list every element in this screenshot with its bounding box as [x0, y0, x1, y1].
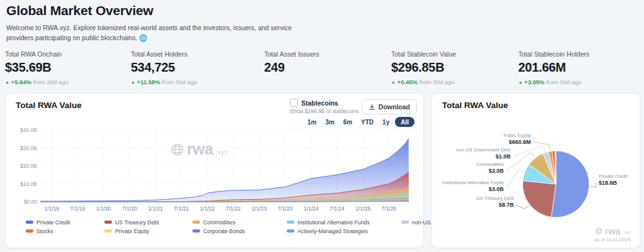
stat-total-stablecoin-value: Total Stablecoin Value$296.85B▲ +0.45% f…: [391, 50, 456, 85]
stat-total-stablecoin-holders: Total Stablecoin Holders201.66M▲ +3.05% …: [518, 50, 589, 85]
x-axis-label: 7/1/25: [382, 205, 397, 212]
x-axis-label: 1/1/19: [44, 205, 59, 212]
legend-label: Actively-Managed Strategies: [297, 228, 368, 234]
pie-watermark: rwa .xyz as of 11/11/2025: [594, 226, 631, 243]
range-button-6m[interactable]: 6m: [340, 118, 355, 127]
y-axis-label: $0.00: [24, 199, 38, 205]
stat-delta: ▲ +0.45% from 30d ago: [391, 79, 456, 85]
x-axis-label: 1/1/21: [148, 205, 163, 212]
up-arrow-icon: ▲: [5, 80, 9, 84]
legend-label: Private Equity: [115, 228, 149, 234]
pie-callout-line: [516, 205, 529, 209]
pie-label-value: $660.6M: [509, 139, 531, 145]
rwa-pie-chart[interactable]: Private Credit$18.6BUS Treasury Debt$8.7…: [432, 112, 640, 231]
y-axis-label: $10.0B: [20, 181, 37, 187]
legend-swatch: [192, 229, 200, 233]
legend-swatch: [104, 221, 112, 224]
up-arrow-icon: ▲: [518, 80, 523, 84]
download-icon: [369, 104, 375, 111]
watermark-text: rwa: [605, 226, 621, 236]
pie-label-name: Public Equity: [504, 133, 531, 138]
x-axis-label: 1/1/20: [96, 205, 111, 212]
time-range-selector: 1m3m6mYTD1yAll: [304, 117, 414, 127]
stat-total-asset-holders: Total Asset Holders534,725▲ +11.58% from…: [131, 50, 197, 85]
pie-label-value: $1.0B: [496, 153, 511, 160]
pie-chart-svg[interactable]: Private Credit$18.6BUS Treasury Debt$8.7…: [432, 112, 640, 229]
legend-swatch: [26, 229, 33, 233]
stablecoins-sublabel: Show $296.9B of stablecoins: [290, 108, 365, 114]
x-axis-label: 7/1/21: [174, 205, 189, 212]
legend-item-us-treasury-debt[interactable]: US Treasury Debt: [104, 219, 192, 226]
pie-label-value: $18.6B: [599, 180, 618, 186]
legend-column: US Treasury DebtPrivate Equity: [104, 219, 192, 234]
total-rwa-value-pie-card: Total RWA Value Private Credit$18.6BUS T…: [431, 93, 640, 248]
range-button-1m[interactable]: 1m: [304, 118, 319, 127]
globe-icon: [595, 227, 603, 235]
x-axis-label: 1/1/24: [304, 205, 319, 212]
download-button[interactable]: Download: [362, 99, 417, 114]
legend-label: Commodities: [203, 219, 235, 226]
range-button-all[interactable]: All: [395, 117, 414, 127]
legend-item-stocks[interactable]: Stocks: [26, 227, 104, 234]
stablecoins-checkbox-row[interactable]: Stablecoins: [290, 99, 365, 107]
pie-label-name: Private Credit: [599, 173, 628, 179]
pie-callout-line: [506, 170, 524, 189]
x-axis-label: 1/1/22: [200, 205, 215, 212]
stat-label: Total Asset Issuers: [264, 50, 319, 58]
pie-card-title: Total RWA Value: [442, 101, 508, 110]
watermark-suffix: .xyz: [623, 229, 631, 236]
pie-label-value: $3.0B: [489, 168, 504, 174]
up-arrow-icon: ▲: [391, 80, 396, 84]
pie-label-name: US Treasury Debt: [476, 195, 514, 201]
x-axis-label: 1/1/23: [252, 205, 267, 212]
legend-item-commodities[interactable]: Commodities: [192, 219, 287, 226]
stat-value: 249: [264, 60, 319, 75]
stat-delta: ▲ +11.58% from 30d ago: [131, 79, 197, 85]
x-axis-label: 1/1/25: [355, 205, 370, 212]
legend-item-corporate-bonds[interactable]: Corporate Bonds: [192, 227, 287, 234]
legend-column: Private CreditStocks: [26, 219, 104, 234]
y-axis-label: $40.0B: [20, 127, 37, 133]
x-axis-label: 7/1/22: [226, 205, 241, 212]
pie-callout-line: [533, 142, 550, 150]
x-axis-label: 7/1/23: [278, 205, 293, 212]
stat-label: Total RWA Onchain: [5, 50, 69, 58]
stat-total-rwa-onchain: Total RWA Onchain$35.69B▲ +5.64% from 30…: [5, 50, 69, 85]
download-button-label: Download: [379, 103, 410, 111]
legend-swatch: [26, 221, 33, 224]
range-button-1y[interactable]: 1y: [379, 118, 392, 127]
stablecoins-checkbox[interactable]: [290, 99, 298, 107]
legend-label: Stocks: [36, 228, 53, 234]
legend-item-institutional-alternative-funds[interactable]: Institutional Alternative Funds: [287, 219, 401, 226]
page-subtitle: Welcome to RWA.xyz. Explore tokenized re…: [6, 23, 304, 43]
area-chart-svg[interactable]: $40.0B$30.0B$20.0B$10.0B$0.001/1/197/1/1…: [11, 126, 418, 219]
stat-label: Total Stablecoin Holders: [518, 50, 589, 58]
stablecoins-checkbox-label: Stablecoins: [301, 99, 338, 107]
range-button-3m[interactable]: 3m: [322, 118, 337, 127]
legend-swatch: [192, 221, 200, 224]
legend-item-actively-managed-strategies[interactable]: Actively-Managed Strategies: [287, 227, 401, 234]
chart-legend: Private CreditStocksUS Treasury DebtPriv…: [26, 219, 502, 234]
range-button-ytd[interactable]: YTD: [358, 118, 377, 127]
y-axis-label: $30.0B: [20, 145, 37, 151]
legend-item-private-equity[interactable]: Private Equity: [104, 227, 192, 234]
legend-label: Private Credit: [36, 219, 70, 226]
x-axis-label: 7/1/20: [122, 205, 137, 212]
pie-slice-private-credit[interactable]: [552, 151, 589, 217]
stat-delta: ▲ +3.05% from 30d ago: [518, 79, 589, 85]
legend-item-private-credit[interactable]: Private Credit: [26, 219, 104, 226]
legend-swatch: [287, 221, 294, 224]
legend-label: US Treasury Debt: [115, 219, 159, 226]
stat-value: $296.85B: [391, 60, 456, 75]
x-axis-label: 7/1/24: [330, 205, 345, 212]
total-rwa-value-chart-card: Total RWA Value Stablecoins Show $296.9B…: [5, 93, 424, 248]
rwa-area-chart[interactable]: $40.0B$30.0B$20.0B$10.0B$0.001/1/197/1/1…: [11, 126, 418, 222]
x-axis-label: 7/1/19: [70, 205, 86, 212]
stat-total-asset-issuers: Total Asset Issuers249: [264, 50, 319, 75]
legend-swatch: [401, 221, 409, 224]
stat-delta: ▲ +5.64% from 30d ago: [5, 79, 69, 85]
legend-column: CommoditiesCorporate Bonds: [192, 219, 287, 234]
pie-callout-line: [591, 183, 596, 187]
legend-label: Corporate Bonds: [203, 228, 245, 234]
pie-slice-us-treasury-debt[interactable]: [523, 181, 556, 217]
